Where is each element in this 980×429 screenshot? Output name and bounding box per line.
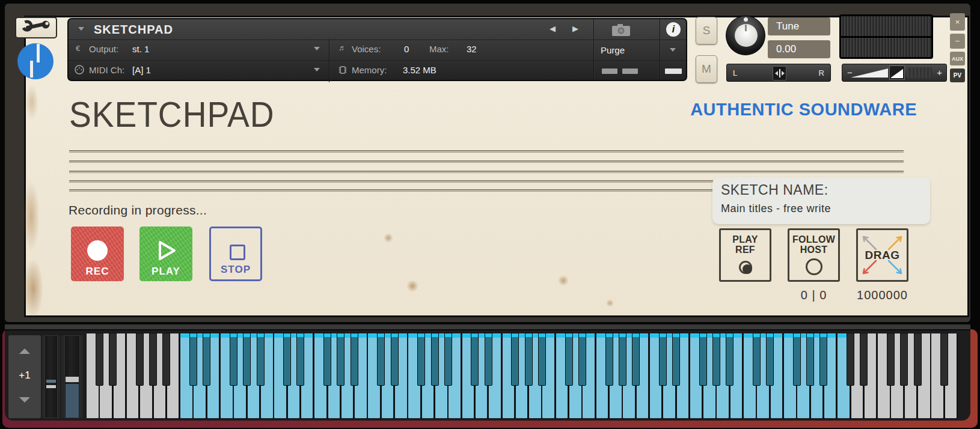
pan-handle[interactable] — [773, 66, 786, 81]
piano-key-black[interactable] — [391, 333, 399, 386]
piano-key-black[interactable] — [323, 333, 331, 386]
piano-key-black[interactable] — [753, 333, 761, 386]
next-instrument-arrow[interactable]: ▶ — [572, 24, 578, 33]
divider — [329, 39, 329, 82]
pv-label: PV — [954, 72, 961, 79]
piano-key-black[interactable] — [203, 333, 210, 386]
piano-key-black[interactable] — [337, 333, 345, 386]
midi-label: MIDI Ch: — [89, 65, 124, 75]
piano-key-black[interactable] — [351, 333, 358, 386]
output-dropdown-caret[interactable] — [314, 47, 320, 50]
play-ref-radio-fill — [743, 264, 752, 274]
pan-handle-right-arrow-icon — [782, 71, 785, 76]
piano-key-black[interactable] — [471, 333, 479, 386]
mute-label: M — [702, 62, 711, 76]
piano-key-black[interactable] — [257, 333, 265, 386]
piano-key-black[interactable] — [565, 333, 573, 386]
pan-slider[interactable]: L R — [726, 64, 831, 82]
pv-button[interactable]: PV — [950, 68, 965, 82]
piano-key-black[interactable] — [605, 333, 613, 386]
prev-instrument-arrow[interactable]: ◀ — [550, 24, 556, 33]
piano-key-black[interactable] — [538, 333, 546, 386]
snapshot-camera-icon[interactable] — [611, 23, 631, 37]
follow-host-button[interactable]: FOLLOWHOST — [788, 228, 840, 282]
play-ref-radio[interactable] — [739, 261, 752, 274]
edit-wrench-button[interactable] — [15, 17, 57, 38]
piano-key-black[interactable] — [230, 333, 237, 386]
piano-key-black[interactable] — [525, 333, 533, 386]
instrument-title[interactable]: SKETCHPAD — [94, 23, 173, 37]
tune-value-box[interactable]: 0.00 — [768, 40, 830, 58]
piano-key-black[interactable] — [189, 333, 197, 386]
purge-label[interactable]: Purge — [601, 45, 625, 55]
solo-label: S — [703, 24, 711, 37]
piano-key-black[interactable] — [847, 333, 854, 386]
drag-value: 1000000 — [850, 288, 914, 302]
piano-key-black[interactable] — [136, 333, 144, 386]
piano-key-black[interactable] — [149, 333, 157, 386]
solo-button[interactable]: S — [696, 17, 717, 44]
piano-key-black[interactable] — [444, 333, 452, 386]
piano-key-black[interactable] — [377, 333, 385, 386]
piano-key-black[interactable] — [417, 333, 425, 386]
piano-key-black[interactable] — [819, 333, 827, 386]
pan-right-label: R — [819, 68, 824, 78]
piano-key-black[interactable] — [914, 333, 922, 386]
piano-key-black[interactable] — [860, 333, 868, 386]
piano-key-black[interactable] — [632, 333, 640, 386]
sketch-name-value[interactable]: Main titles - free write — [721, 202, 922, 215]
keyboard-top-strip — [5, 324, 970, 330]
piano-key-black[interactable] — [243, 333, 251, 386]
piano-key-black[interactable] — [109, 333, 117, 386]
play-ref-button[interactable]: PLAYREF — [719, 228, 771, 282]
follow-host-label: FOLLOWHOST — [789, 234, 838, 255]
piano-key-black[interactable] — [485, 333, 492, 386]
minimize-button[interactable]: − — [950, 34, 965, 49]
midi-dropdown-caret[interactable] — [314, 68, 320, 72]
piano-key-black[interactable] — [511, 333, 519, 386]
piano-key-black[interactable] — [806, 333, 814, 386]
piano-key-black[interactable] — [283, 333, 291, 386]
piano-key-black[interactable] — [712, 333, 720, 386]
drag-button[interactable]: DRAG — [856, 228, 908, 282]
play-button[interactable]: PLAY — [139, 227, 192, 281]
aux-button[interactable]: AUX — [950, 52, 965, 65]
brand-wordmark: AUTHENTIC SOUNDWARE — [679, 100, 917, 120]
piano-key-black[interactable] — [900, 333, 908, 386]
piano-key-black[interactable] — [619, 333, 626, 386]
pitch-wheel[interactable] — [44, 335, 58, 418]
piano-key-black[interactable] — [431, 333, 439, 386]
output-value[interactable]: st. 1 — [132, 44, 149, 54]
piano-key-black[interactable] — [766, 333, 774, 386]
close-button[interactable]: × — [950, 13, 965, 31]
tune-knob[interactable] — [726, 16, 765, 55]
max-value[interactable]: 32 — [467, 44, 477, 54]
staff-line — [69, 171, 904, 174]
piano-key-black[interactable] — [887, 333, 895, 386]
volume-handle[interactable] — [889, 65, 905, 80]
octave-up-button[interactable] — [8, 335, 41, 354]
piano-key-black[interactable] — [726, 333, 733, 386]
divider — [660, 19, 660, 80]
piano-key-black[interactable] — [699, 333, 707, 386]
follow-host-radio[interactable] — [806, 258, 822, 275]
octave-down-button[interactable] — [8, 382, 41, 403]
info-button[interactable]: i — [666, 22, 681, 37]
purge-dropdown-caret[interactable] — [670, 48, 676, 52]
volume-slider[interactable]: − + — [842, 64, 947, 82]
piano-key-black[interactable] — [96, 333, 103, 386]
mute-button[interactable]: M — [696, 55, 717, 83]
piano-key-black[interactable] — [659, 333, 667, 386]
mod-wheel[interactable] — [64, 335, 80, 418]
rec-button[interactable]: REC — [71, 227, 124, 281]
sketch-name-label: SKETCH NAME: — [721, 182, 922, 198]
piano-key-black[interactable] — [578, 333, 586, 386]
piano-key-black[interactable] — [162, 333, 170, 386]
stop-button[interactable]: STOP — [209, 227, 262, 281]
piano-key-black[interactable] — [672, 333, 680, 386]
instrument-collapse-caret[interactable] — [78, 27, 84, 31]
piano-key-black[interactable] — [296, 333, 304, 386]
midi-value[interactable]: [A] 1 — [132, 65, 151, 75]
piano-key-black[interactable] — [793, 333, 801, 386]
piano-key-black[interactable] — [940, 333, 948, 386]
